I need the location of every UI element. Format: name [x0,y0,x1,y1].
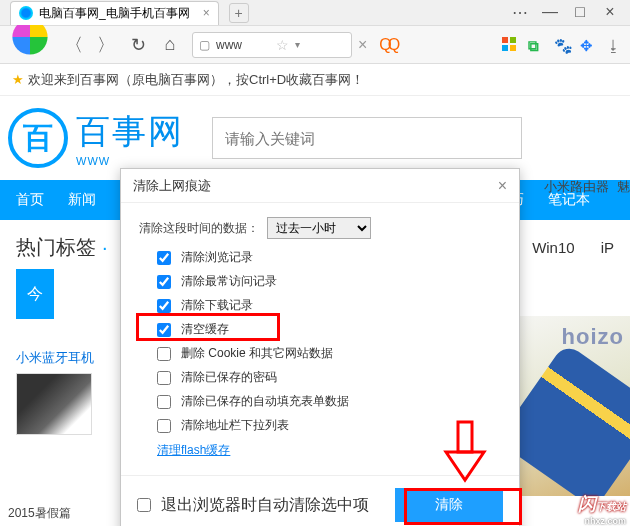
option-row[interactable]: 清除下载记录 [157,297,501,314]
chevron-down-icon[interactable]: ▾ [295,39,300,50]
url-input[interactable] [216,38,270,52]
close-dialog-icon[interactable]: × [498,177,507,195]
option-label: 清除下载记录 [181,297,253,314]
auto-clear-checkbox[interactable] [137,498,151,512]
site-subtitle: WWW [76,155,184,167]
watermark: 闪下载站 nhxz.com [578,492,626,526]
promo-brand-text: hoizo [562,324,624,350]
site-title: 百事网 [76,109,184,155]
option-label: 清除地址栏下拉列表 [181,417,289,434]
option-label: 清除浏览记录 [181,249,253,266]
nav-item[interactable]: 首页 [16,191,44,209]
window-controls: ⋯ — □ × [512,3,626,22]
clear-history-dialog: 清除上网痕迹 × 清除这段时间的数据： 过去一小时 清除浏览记录清除最常访问记录… [120,168,520,526]
option-checkbox[interactable] [157,371,171,385]
option-row[interactable]: 删除 Cookie 和其它网站数据 [157,345,501,362]
option-label: 清除已保存的密码 [181,369,277,386]
clear-button[interactable]: 清除 [395,488,503,522]
close-window-icon[interactable]: × [602,3,618,22]
option-row[interactable]: 清除已保存的密码 [157,369,501,386]
option-row[interactable]: 清空缓存 [157,321,501,338]
dialog-title: 清除上网痕迹 [133,177,211,195]
title-bar: 电脑百事网_电脑手机百事网 × + ⋯ — □ × [0,0,630,26]
top-nav-links: 小米路由器 魅 [544,178,630,196]
address-bar[interactable]: ▢ ☆ ▾ [192,32,352,58]
close-icon[interactable]: × [203,6,210,20]
option-row[interactable]: 清除地址栏下拉列表 [157,417,501,434]
option-row[interactable]: 清除已保存的自动填充表单数据 [157,393,501,410]
tag-link[interactable]: Win10 [532,239,575,256]
nav-link[interactable]: 小米路由器 [544,178,609,196]
site-logo-icon[interactable]: 百 [8,108,68,168]
option-checkbox[interactable] [157,395,171,409]
product-link[interactable]: 小米蓝牙耳机 [16,350,94,365]
option-checkbox[interactable] [157,323,171,337]
today-badge: 今 [16,269,54,319]
clear-address-icon[interactable]: × [358,36,367,54]
option-checkbox[interactable] [157,299,171,313]
banner-text: 欢迎来到百事网（原电脑百事网），按Ctrl+D收藏百事网！ [28,71,364,89]
search-box[interactable] [212,117,522,159]
search-input[interactable] [225,130,509,147]
extension-icon[interactable]: ✥ [580,37,596,53]
option-label: 清除已保存的自动填充表单数据 [181,393,349,410]
app-store-icon[interactable]: ⧉ [528,37,544,53]
option-row[interactable]: 清除浏览记录 [157,249,501,266]
option-checkbox[interactable] [157,347,171,361]
shield-icon: ▢ [199,38,210,52]
product-thumb[interactable] [16,373,92,435]
option-label: 清空缓存 [181,321,229,338]
option-label: 清除最常访问记录 [181,273,277,290]
option-label: 删除 Cookie 和其它网站数据 [181,345,333,362]
dot-icon: · [102,236,108,259]
star-icon: ★ [12,72,24,87]
microsoft-icon[interactable] [502,37,518,53]
home-icon[interactable]: ⌂ [160,34,180,55]
time-range-label: 清除这段时间的数据： [139,220,259,237]
clear-flash-link[interactable]: 清理flash缓存 [157,443,230,457]
reload-icon[interactable]: ↻ [128,34,148,56]
hot-tags-label: 热门标签 [16,234,96,261]
qq-icon[interactable]: QQ [379,36,396,54]
option-checkbox[interactable] [157,419,171,433]
maximize-icon[interactable]: □ [572,3,588,22]
bookmark-star-icon[interactable]: ☆ [276,37,289,53]
back-icon[interactable]: 〈 [64,33,84,57]
minimize-icon[interactable]: — [542,3,558,22]
new-tab-button[interactable]: + [229,3,249,23]
baidu-paw-icon[interactable]: 🐾 [554,37,570,53]
welcome-banner: ★ 欢迎来到百事网（原电脑百事网），按Ctrl+D收藏百事网！ [0,64,630,96]
auto-clear-label: 退出浏览器时自动清除选中项 [161,495,369,516]
nav-item[interactable]: 新闻 [68,191,96,209]
menu-icon[interactable]: ⋯ [512,3,528,22]
browser-tab[interactable]: 电脑百事网_电脑手机百事网 × [10,1,219,25]
tab-favicon-icon [19,6,33,20]
download-icon[interactable]: ⭳ [606,37,622,53]
forward-icon[interactable]: 〉 [96,33,116,57]
time-range-select[interactable]: 过去一小时 [267,217,371,239]
tab-title: 电脑百事网_电脑手机百事网 [39,5,190,22]
tag-link[interactable]: iP [601,239,614,256]
option-row[interactable]: 清除最常访问记录 [157,273,501,290]
option-checkbox[interactable] [157,275,171,289]
bottom-caption: 2015暑假篇 [8,505,71,522]
toolbar: 〈 〉 ↻ ⌂ ▢ ☆ ▾ × QQ ⧉ 🐾 ✥ ⭳ [0,26,630,64]
nav-link[interactable]: 魅 [617,178,630,196]
option-checkbox[interactable] [157,251,171,265]
